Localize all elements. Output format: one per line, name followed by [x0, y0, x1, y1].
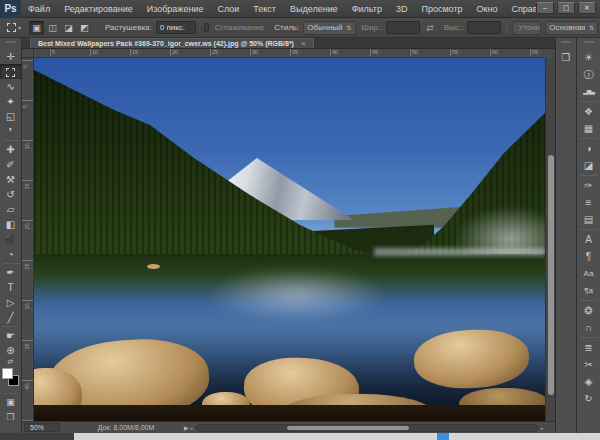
brush-tool[interactable]: ✐: [0, 157, 22, 172]
vertical-scrollbar-thumb[interactable]: [548, 155, 554, 395]
character-styles-panel-icon[interactable]: Aa: [578, 265, 600, 282]
clone-source-panel-icon[interactable]: ≡: [578, 194, 600, 211]
dock-grip[interactable]: [584, 41, 594, 43]
healing-brush-tool[interactable]: ✚: [0, 142, 22, 157]
select-arrows-icon: ⇅: [589, 24, 594, 31]
close-button[interactable]: ✕: [578, 2, 596, 14]
foreground-color-swatch[interactable]: [2, 368, 13, 379]
close-tab-icon[interactable]: ×: [301, 39, 306, 48]
menu-item-7[interactable]: 3D: [389, 0, 415, 18]
clone-stamp-tool[interactable]: ⚒: [0, 172, 22, 187]
select-arrows-icon: ⇅: [347, 24, 352, 31]
tools-panel: ✛∿✦◱❜✚✐⚒↺▱◧⚫◔✒T▷╱☛⊕⇄▣❐: [0, 38, 22, 433]
document-canvas[interactable]: [34, 58, 545, 421]
feather-input[interactable]: [156, 21, 196, 34]
styles-panel-icon[interactable]: ▦: [578, 120, 600, 137]
rectangular-marquee-tool[interactable]: [0, 64, 22, 79]
link-dimensions-icon[interactable]: ⇄: [426, 23, 434, 33]
zoom-tool[interactable]: ⊕: [0, 343, 22, 358]
scroll-right-icon[interactable]: ▸: [541, 425, 544, 431]
adjustments-panel-icon[interactable]: ◑: [578, 140, 600, 157]
notes-panel-icon[interactable]: ≣: [578, 339, 600, 356]
paragraph-styles-panel-icon[interactable]: ¶a: [578, 282, 600, 299]
zoom-level-field[interactable]: 50%: [24, 423, 60, 432]
vertical-ruler[interactable]: 051015202530354045: [22, 58, 34, 421]
3d-panel-icon[interactable]: ❒: [555, 49, 577, 66]
move-tool[interactable]: ✛: [0, 49, 22, 64]
timeline-panel-icon[interactable]: ∩: [578, 319, 600, 336]
photoshop-window: Ps ФайлРедактированиеИзображениеСлоиТекс…: [0, 0, 600, 440]
character-panel-icon[interactable]: A: [578, 231, 600, 248]
document-tab[interactable]: Best Mixed Wallpapers Pack #369-370_igor…: [30, 38, 314, 48]
dock-grip[interactable]: [561, 41, 571, 43]
path-selection-tool[interactable]: ▷: [0, 295, 22, 310]
maximize-button[interactable]: ▢: [557, 2, 575, 14]
ruler-label: 25: [212, 49, 218, 55]
history-brush-tool[interactable]: ↺: [0, 187, 22, 202]
line-tool[interactable]: ╱: [0, 310, 22, 325]
height-input[interactable]: [467, 21, 501, 34]
style-select[interactable]: Обычный ⇅: [303, 21, 355, 35]
layers-panel-icon[interactable]: ◈: [578, 373, 600, 390]
menu-item-6[interactable]: Фильтр: [345, 0, 389, 18]
menu-item-0[interactable]: Файл: [21, 0, 57, 18]
mini-bridge-panel-icon[interactable]: ❂: [578, 302, 600, 319]
measure-panel-icon[interactable]: ✂: [578, 356, 600, 373]
eyedropper-tool[interactable]: ❜: [0, 124, 22, 139]
menu-item-4[interactable]: Текст: [246, 0, 283, 18]
dodge-tool[interactable]: ◔: [0, 247, 22, 262]
menu-item-1[interactable]: Редактирование: [57, 0, 140, 18]
properties-panel-icon[interactable]: ◪: [578, 157, 600, 174]
vertical-scrollbar[interactable]: [545, 58, 555, 421]
add-to-selection-mode[interactable]: ◫: [45, 21, 60, 35]
workspace-select[interactable]: Основная рабочая среда ⇅: [545, 21, 598, 35]
minimize-button[interactable]: –: [536, 2, 554, 14]
intersect-selection-mode[interactable]: ◩: [77, 21, 92, 35]
bottom-strip: [0, 433, 600, 440]
horizontal-scrollbar-thumb[interactable]: [287, 426, 409, 430]
horizontal-ruler[interactable]: 5101520253035404550556065: [34, 49, 545, 58]
horizontal-scrollbar[interactable]: [196, 424, 538, 432]
dock-grip[interactable]: [6, 41, 16, 43]
swap-colors-icon[interactable]: ⇄: [8, 358, 14, 366]
info-panel-icon[interactable]: ⓘ: [578, 66, 600, 83]
lasso-tool[interactable]: ∿: [0, 79, 22, 94]
eraser-tool[interactable]: ▱: [0, 202, 22, 217]
color-panel-icon[interactable]: ☀: [578, 49, 600, 66]
quick-mask-button[interactable]: ▣: [0, 395, 22, 410]
swatches-panel-icon[interactable]: ❖: [578, 103, 600, 120]
status-menu-arrow-icon[interactable]: ▶: [184, 424, 189, 431]
layer-comps-panel-icon[interactable]: ▤: [578, 211, 600, 228]
scroll-left-icon[interactable]: ◂: [190, 425, 193, 431]
gradient-tool[interactable]: ◧: [0, 217, 22, 232]
photo-floating-log: [147, 264, 160, 269]
subtract-from-selection-mode[interactable]: ◪: [61, 21, 76, 35]
pen-tool[interactable]: ✒: [0, 265, 22, 280]
antialias-checkbox[interactable]: [204, 23, 209, 32]
dock-group-divider: [580, 101, 598, 102]
blur-tool[interactable]: ⚫: [0, 232, 22, 247]
history-panel-icon[interactable]: ↻: [578, 390, 600, 407]
new-selection-mode[interactable]: ▣: [29, 21, 44, 35]
crop-tool[interactable]: ◱: [0, 109, 22, 124]
refine-edge-button[interactable]: Уточн. кра: [512, 21, 541, 35]
type-tool[interactable]: T: [0, 280, 22, 295]
histogram-panel-icon[interactable]: ▂▅▃: [578, 83, 600, 100]
tool-preset-picker[interactable]: ▾: [5, 22, 23, 33]
menu-item-5[interactable]: Выделение: [283, 0, 345, 18]
menu-item-3[interactable]: Слои: [210, 0, 246, 18]
menu-item-8[interactable]: Просмотр: [414, 0, 469, 18]
brush-panel-icon[interactable]: ✑: [578, 177, 600, 194]
ruler-label: 20: [172, 49, 178, 55]
color-wells[interactable]: [1, 368, 21, 390]
menu-item-9[interactable]: Окно: [470, 0, 505, 18]
screen-mode-button[interactable]: ❐: [0, 410, 22, 425]
options-bar: ▾ ▣◫◪◩ Растушевка: Сглаживание Стиль: Об…: [0, 18, 600, 38]
quick-selection-tool[interactable]: ✦: [0, 94, 22, 109]
3d-panel-dock: ❒: [555, 38, 576, 433]
menu-item-2[interactable]: Изображение: [140, 0, 211, 18]
hand-tool[interactable]: ☛: [0, 328, 22, 343]
dock-group-divider: [580, 138, 598, 139]
width-input[interactable]: [386, 21, 420, 34]
paragraph-panel-icon[interactable]: ¶: [578, 248, 600, 265]
